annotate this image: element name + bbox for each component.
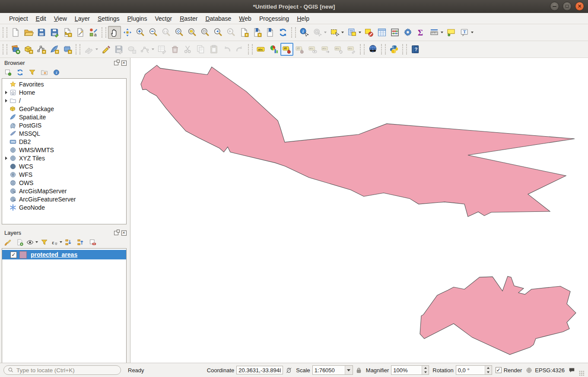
- btn-new-project[interactable]: [9, 26, 22, 39]
- title-bar[interactable]: *Untitled Project - QGIS [new] ×: [0, 0, 588, 13]
- map-canvas[interactable]: [130, 58, 588, 363]
- magnifier-spin-buttons[interactable]: [422, 366, 429, 374]
- btn-filter-by-expression[interactable]: ε: [52, 238, 60, 246]
- toolbar-handle[interactable]: [248, 44, 253, 54]
- btn-add-selected-layers[interactable]: [3, 68, 12, 77]
- btn-zoom-to-selection[interactable]: [186, 26, 199, 39]
- btn-zoom-in[interactable]: [134, 26, 147, 39]
- btn-new-geopackage-layer[interactable]: [22, 43, 35, 56]
- btn-paste-features[interactable]: [207, 43, 220, 56]
- rotation-input[interactable]: [456, 366, 485, 374]
- btn-change-label[interactable]: abc: [345, 43, 358, 56]
- btn-statistical-summary[interactable]: [388, 26, 401, 39]
- btn-show-hide-labels[interactable]: abc: [306, 43, 319, 56]
- browser-item-ows[interactable]: OWS: [2, 179, 126, 187]
- btn-add-group[interactable]: [16, 238, 24, 246]
- browser-item-xyz-tiles[interactable]: XYZ Tiles: [2, 154, 126, 162]
- btn-bookmarks[interactable]: [264, 26, 277, 39]
- browser-item-postgis[interactable]: PostGIS: [2, 121, 126, 129]
- btn-delete-selected[interactable]: [168, 43, 181, 56]
- browser-item-[interactable]: /: [2, 96, 126, 105]
- menu-help[interactable]: Help: [293, 14, 313, 23]
- toolbar-handle[interactable]: [102, 27, 106, 38]
- btn-layer-diagram-options[interactable]: [267, 43, 280, 56]
- btn-copy-features[interactable]: [194, 43, 207, 56]
- dropdown-caret-icon[interactable]: [152, 48, 154, 50]
- browser-item-home[interactable]: Home: [2, 88, 126, 96]
- dropdown-caret-icon[interactable]: [35, 241, 38, 243]
- btn-enable-properties-widget[interactable]: i: [52, 68, 60, 77]
- map-view[interactable]: [130, 58, 588, 363]
- btn-measure-line[interactable]: [427, 26, 445, 39]
- layer-visibility-checkbox[interactable]: [10, 252, 17, 258]
- browser-item-mssql[interactable]: MSSQL: [2, 129, 126, 137]
- btn-rotate-label[interactable]: abc: [332, 43, 345, 56]
- btn-redo[interactable]: [233, 43, 246, 56]
- toolbar-handle[interactable]: [360, 44, 365, 54]
- browser-item-geonode[interactable]: GeoNode: [2, 203, 126, 211]
- btn-zoom-next[interactable]: [225, 26, 238, 39]
- btn-expand-all[interactable]: [64, 238, 73, 246]
- btn-identify-features[interactable]: i: [298, 26, 311, 39]
- btn-deselect-features[interactable]: [362, 26, 375, 39]
- btn-cut-features[interactable]: [181, 43, 194, 56]
- toolbar-handle[interactable]: [3, 44, 7, 54]
- btn-digitize-feature[interactable]: [125, 43, 138, 56]
- btn-zoom-full[interactable]: [173, 26, 186, 39]
- menu-view[interactable]: View: [50, 14, 71, 23]
- scale-input[interactable]: [313, 366, 345, 374]
- crs-group[interactable]: EPSG:4326: [525, 367, 565, 374]
- btn-current-edits[interactable]: [82, 43, 99, 56]
- btn-manage-map-themes[interactable]: [28, 238, 36, 246]
- coordinate-input[interactable]: [236, 366, 283, 374]
- btn-data-source-manager[interactable]: [9, 43, 22, 56]
- expand-arrow-icon[interactable]: [3, 157, 9, 160]
- btn-processing-toolbox[interactable]: [401, 26, 414, 39]
- magnifier-input[interactable]: [391, 366, 422, 374]
- toolbar-handle[interactable]: [381, 44, 386, 54]
- rotation-spinbox[interactable]: [456, 365, 492, 375]
- btn-modify-attributes[interactable]: [156, 43, 168, 56]
- browser-item-arcgismapserver[interactable]: ArcGisMapServer: [2, 187, 126, 195]
- toolbar-handle[interactable]: [402, 44, 407, 54]
- btn-move-label[interactable]: abc: [319, 43, 332, 56]
- menu-raster[interactable]: Raster: [176, 14, 201, 23]
- browser-item-wms-wmts[interactable]: WMS/WMTS: [2, 146, 126, 154]
- dropdown-caret-icon[interactable]: [441, 32, 443, 33]
- btn-new-bookmark[interactable]: [238, 26, 251, 39]
- btn-zoom-last[interactable]: [212, 26, 225, 39]
- btn-toggle-editing[interactable]: [99, 43, 112, 56]
- dropdown-caret-icon[interactable]: [324, 32, 327, 33]
- btn-metasearch[interactable]: [366, 43, 379, 56]
- btn-layout-manager[interactable]: [74, 26, 87, 39]
- layers-close-button[interactable]: ×: [121, 230, 127, 236]
- toolbar-handle[interactable]: [291, 27, 296, 38]
- btn-open-layer-styling[interactable]: [3, 238, 12, 246]
- dropdown-caret-icon[interactable]: [359, 32, 361, 33]
- resize-grip[interactable]: [579, 371, 585, 376]
- btn-refresh-map[interactable]: [277, 26, 289, 39]
- lock-scale-icon[interactable]: [355, 367, 362, 374]
- protected-area-polygon[interactable]: [420, 276, 576, 355]
- maximize-button[interactable]: [563, 2, 572, 11]
- browser-item-spatialite[interactable]: SpatiaLite: [2, 113, 126, 121]
- btn-collapse-all-browser[interactable]: [40, 68, 48, 77]
- dropdown-caret-icon[interactable]: [95, 48, 98, 50]
- dropdown-caret-icon[interactable]: [60, 241, 62, 243]
- btn-open-project[interactable]: [22, 26, 35, 39]
- btn-pin-unpin-labels[interactable]: ab: [293, 43, 306, 56]
- menu-vector[interactable]: Vector: [151, 14, 176, 23]
- menu-database[interactable]: Database: [201, 14, 235, 23]
- btn-save-project[interactable]: [35, 26, 48, 39]
- menu-settings[interactable]: Settings: [94, 14, 124, 23]
- btn-select-features[interactable]: [328, 26, 345, 39]
- locator-bar[interactable]: [3, 365, 121, 375]
- btn-help-contents[interactable]: ?: [409, 43, 422, 56]
- btn-zoom-out[interactable]: [147, 26, 160, 39]
- toggle-extents-mouse-icon[interactable]: [285, 367, 292, 374]
- btn-text-annotation[interactable]: T: [458, 26, 475, 39]
- btn-highlight-pinned-labels[interactable]: ab: [280, 43, 293, 56]
- btn-new-virtual-layer[interactable]: [61, 43, 74, 56]
- btn-zoom-to-layer[interactable]: [199, 26, 212, 39]
- protected-area-polygon[interactable]: [141, 65, 575, 217]
